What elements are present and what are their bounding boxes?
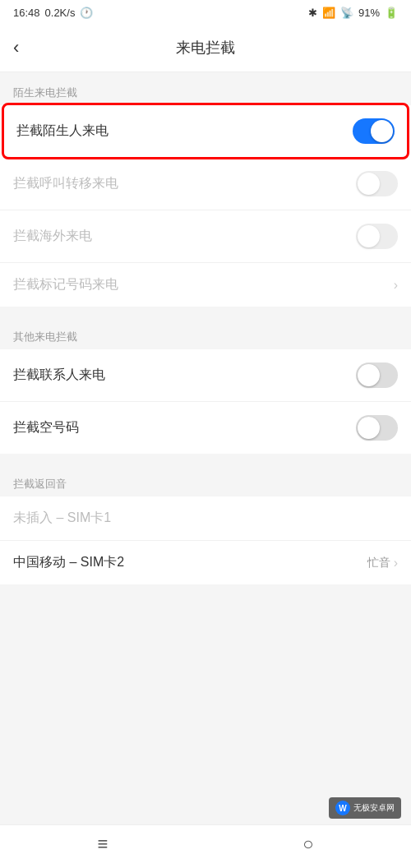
setting-item-sim1: 未插入 – SIM卡1 bbox=[0, 496, 411, 541]
wifi-icon: 📡 bbox=[340, 7, 353, 19]
toggle-block-stranger[interactable] bbox=[353, 118, 395, 144]
toggle-block-overseas[interactable] bbox=[356, 224, 398, 249]
watermark-text: 无极安卓网 bbox=[353, 802, 395, 814]
other-call-group: 拦截联系人来电 拦截空号码 bbox=[0, 349, 411, 454]
separator-1 bbox=[0, 307, 411, 316]
toggle-knob-overseas bbox=[358, 225, 380, 247]
setting-item-block-overseas[interactable]: 拦截海外来电 bbox=[0, 210, 411, 263]
page-title: 来电拦截 bbox=[176, 38, 235, 58]
toggle-block-empty[interactable] bbox=[356, 415, 398, 441]
setting-item-block-marked[interactable]: 拦截标记号码来电 › bbox=[0, 263, 411, 307]
toggle-knob bbox=[371, 120, 393, 142]
setting-item-block-empty[interactable]: 拦截空号码 bbox=[0, 402, 411, 454]
toggle-block-forward[interactable] bbox=[356, 171, 398, 196]
label-block-forward: 拦截呼叫转移来电 bbox=[13, 175, 118, 192]
label-block-empty: 拦截空号码 bbox=[13, 419, 79, 436]
separator-2 bbox=[0, 454, 411, 464]
label-block-overseas: 拦截海外来电 bbox=[13, 228, 92, 245]
label-block-marked: 拦截标记号码来电 bbox=[13, 276, 118, 293]
label-block-stranger: 拦截陌生人来电 bbox=[16, 122, 109, 140]
setting-item-block-stranger: 拦截陌生人来电 bbox=[7, 105, 404, 158]
label-block-contact: 拦截联系人来电 bbox=[13, 367, 105, 384]
label-sim1: 未插入 – SIM卡1 bbox=[13, 510, 111, 527]
section-label-stranger: 陌生来电拦截 bbox=[0, 72, 411, 105]
main-content: 陌生来电拦截 拦截陌生人来电 拦截呼叫转移来电 拦截海外来电 拦截标记号码来电 … bbox=[0, 72, 411, 650]
status-bar: 16:48 0.2K/s 🕐 ✱ 📶 📡 91% 🔋 bbox=[0, 0, 411, 24]
home-button[interactable]: ○ bbox=[302, 833, 313, 855]
sim2-status: 忙音 bbox=[367, 556, 390, 570]
header: ‹ 来电拦截 bbox=[0, 24, 411, 72]
bluetooth-icon: ✱ bbox=[308, 7, 317, 19]
toggle-knob-forward bbox=[358, 173, 380, 195]
menu-button[interactable]: ≡ bbox=[97, 833, 108, 855]
section-label-echo: 拦截返回音 bbox=[0, 464, 411, 496]
clock-icon: 🕐 bbox=[80, 7, 93, 19]
toggle-block-contact[interactable] bbox=[356, 362, 398, 388]
status-right: ✱ 📶 📡 91% 🔋 bbox=[308, 7, 398, 19]
chevron-icon-marked: › bbox=[394, 278, 398, 293]
battery-display: 91% bbox=[358, 7, 380, 19]
bottom-navigation: ≡ ○ bbox=[0, 824, 411, 868]
setting-item-sim2[interactable]: 中国移动 – SIM卡2 忙音 › bbox=[0, 541, 411, 584]
setting-item-block-contact[interactable]: 拦截联系人来电 bbox=[0, 349, 411, 402]
stranger-call-group: 拦截陌生人来电 拦截呼叫转移来电 拦截海外来电 拦截标记号码来电 › bbox=[0, 105, 411, 307]
chevron-icon-sim2: › bbox=[394, 556, 398, 570]
toggle-knob-contact bbox=[358, 364, 380, 386]
label-sim2: 中国移动 – SIM卡2 bbox=[13, 554, 124, 571]
time-display: 16:48 bbox=[13, 7, 40, 19]
watermark: W 无极安卓网 bbox=[329, 797, 401, 819]
battery-percent: 91 bbox=[358, 7, 370, 19]
echo-group: 未插入 – SIM卡1 中国移动 – SIM卡2 忙音 › bbox=[0, 496, 411, 584]
toggle-knob-empty bbox=[358, 417, 380, 439]
setting-item-block-forward[interactable]: 拦截呼叫转移来电 bbox=[0, 158, 411, 210]
signal-icon: 📶 bbox=[322, 7, 335, 19]
section-label-other: 其他来电拦截 bbox=[0, 316, 411, 349]
status-left: 16:48 0.2K/s 🕐 bbox=[13, 7, 93, 19]
network-speed: 0.2K/s bbox=[45, 7, 76, 19]
watermark-logo: W bbox=[335, 801, 350, 815]
battery-icon-visual: 🔋 bbox=[385, 7, 398, 19]
back-button[interactable]: ‹ bbox=[13, 34, 25, 62]
sim2-action[interactable]: 忙音 › bbox=[367, 556, 398, 570]
